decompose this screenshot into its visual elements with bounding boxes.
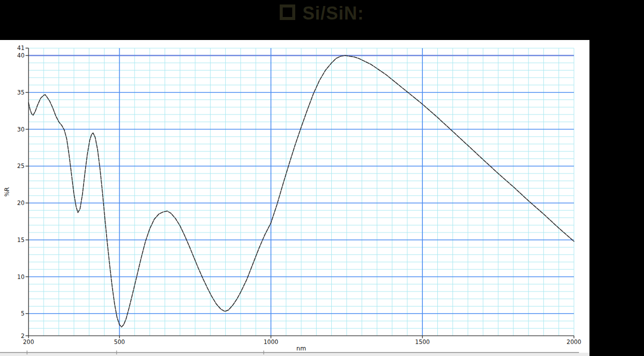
svg-text:35: 35	[17, 89, 25, 96]
svg-text:25: 25	[17, 162, 25, 170]
svg-text:1000: 1000	[264, 338, 278, 346]
svg-text:5: 5	[21, 310, 25, 317]
svg-text:500: 500	[114, 338, 125, 346]
svg-text:200: 200	[23, 338, 34, 346]
svg-text:20: 20	[17, 200, 25, 206]
slide: Si/SiN: 25101520253035404120050010001500…	[0, 0, 644, 356]
x-axis-label: nm	[296, 345, 306, 352]
axes	[26, 48, 574, 338]
axis-tick-labels: 251015202530354041200500100015002000nm%R	[4, 44, 581, 352]
reflectance-chart: 251015202530354041200500100015002000nm%R	[0, 40, 589, 356]
reflectance-chart-svg: 251015202530354041200500100015002000nm%R	[0, 40, 589, 356]
slide-title: Si/SiN:	[0, 3, 644, 24]
grid-minor	[29, 48, 574, 336]
svg-text:30: 30	[17, 126, 25, 133]
cropped-table-edge	[0, 350, 589, 356]
svg-text:15: 15	[17, 236, 25, 244]
square-bullet-icon	[280, 4, 295, 20]
svg-text:40: 40	[17, 52, 25, 59]
slide-title-text: Si/SiN:	[302, 3, 364, 24]
svg-text:41: 41	[17, 44, 25, 52]
svg-text:10: 10	[17, 274, 25, 280]
y-axis-label: %R	[4, 187, 11, 196]
svg-text:1500: 1500	[415, 338, 430, 346]
svg-text:2000: 2000	[566, 338, 581, 346]
